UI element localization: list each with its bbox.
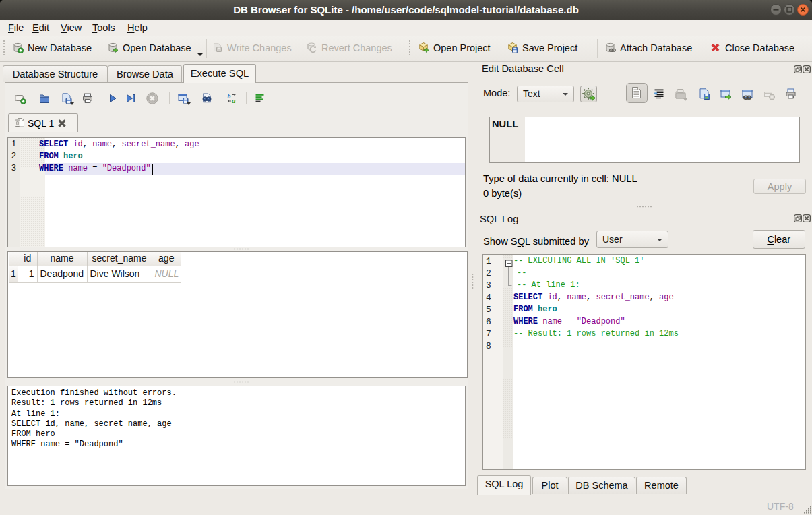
svg-text:b: b: [228, 92, 231, 100]
svg-text:a: a: [232, 96, 236, 104]
